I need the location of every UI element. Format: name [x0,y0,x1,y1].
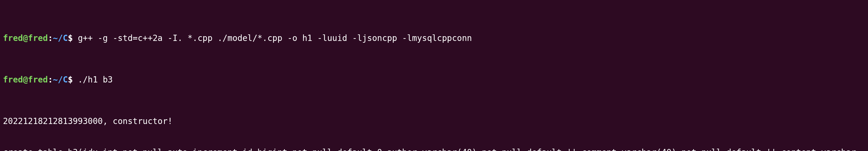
prompt-dollar: $ [68,33,73,43]
prompt-colon: : [48,75,53,84]
prompt-user-host: fred@fred [3,33,48,43]
command-text-2: ./h1 b3 [78,75,113,84]
command-text-1: g++ -g -std=c++2a -I. *.cpp ./model/*.cp… [78,33,472,43]
prompt-path: ~/C [53,75,68,84]
prompt-line-2: fred@fred:~/C$ ./h1 b3 [3,74,865,85]
prompt-colon: : [48,33,53,43]
prompt-dollar: $ [68,75,73,84]
output-line: 20221218212813993000, constructor! [3,116,865,126]
terminal-window[interactable]: fred@fred:~/C$ g++ -g -std=c++2a -I. *.c… [0,0,868,151]
output-line: create table b3(idx int not null auto_in… [3,147,865,151]
prompt-user-host: fred@fred [3,75,48,84]
prompt-line-1: fred@fred:~/C$ g++ -g -std=c++2a -I. *.c… [3,33,865,43]
prompt-path: ~/C [53,33,68,43]
